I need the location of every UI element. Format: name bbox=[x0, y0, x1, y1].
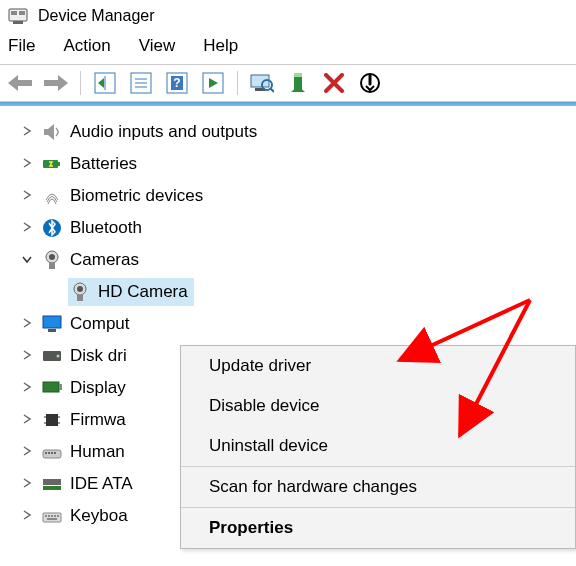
toolbar-separator bbox=[80, 71, 81, 95]
tree-node-batteries[interactable]: Batteries bbox=[14, 148, 570, 180]
ctx-uninstall-device[interactable]: Uninstall device bbox=[181, 426, 575, 466]
svg-rect-50 bbox=[48, 515, 50, 517]
expander-icon[interactable] bbox=[14, 468, 40, 500]
ctx-scan-hardware[interactable]: Scan for hardware changes bbox=[181, 467, 575, 507]
svg-rect-46 bbox=[43, 479, 61, 485]
tree-node-cameras[interactable]: Cameras bbox=[14, 244, 570, 276]
svg-rect-26 bbox=[49, 263, 55, 269]
update-driver-button[interactable] bbox=[284, 69, 312, 97]
expander-icon[interactable] bbox=[14, 308, 40, 340]
svg-rect-29 bbox=[77, 295, 83, 301]
tree-node-audio[interactable]: Audio inputs and outputs bbox=[14, 116, 570, 148]
svg-point-28 bbox=[77, 286, 83, 292]
ctx-disable-device[interactable]: Disable device bbox=[181, 386, 575, 426]
svg-rect-43 bbox=[48, 452, 50, 454]
properties-button[interactable] bbox=[127, 69, 155, 97]
ctx-properties[interactable]: Properties bbox=[181, 508, 575, 548]
svg-rect-3 bbox=[13, 21, 23, 24]
action-button[interactable] bbox=[199, 69, 227, 97]
toolbar: ? bbox=[0, 64, 576, 102]
svg-rect-22 bbox=[58, 162, 60, 166]
ctx-update-driver[interactable]: Update driver bbox=[181, 346, 575, 386]
menu-view[interactable]: View bbox=[139, 36, 176, 56]
svg-point-33 bbox=[57, 355, 60, 358]
svg-rect-54 bbox=[47, 518, 57, 520]
svg-rect-36 bbox=[46, 414, 58, 426]
help-button[interactable]: ? bbox=[163, 69, 191, 97]
window-title: Device Manager bbox=[38, 7, 155, 25]
device-manager-icon bbox=[8, 6, 28, 26]
svg-rect-49 bbox=[45, 515, 47, 517]
bluetooth-icon bbox=[40, 216, 64, 240]
svg-rect-42 bbox=[45, 452, 47, 454]
context-menu: Update driver Disable device Uninstall d… bbox=[180, 345, 576, 549]
svg-rect-45 bbox=[54, 452, 56, 454]
keyboard-icon bbox=[40, 504, 64, 528]
node-label: Keyboa bbox=[70, 500, 134, 532]
expander-icon[interactable] bbox=[14, 212, 40, 244]
speaker-icon bbox=[40, 120, 64, 144]
svg-line-17 bbox=[270, 88, 274, 92]
svg-rect-51 bbox=[51, 515, 53, 517]
ide-icon bbox=[40, 472, 64, 496]
expander-icon[interactable] bbox=[14, 148, 40, 180]
svg-rect-1 bbox=[11, 11, 17, 15]
camera-icon bbox=[68, 280, 92, 304]
toolbar-separator bbox=[237, 71, 238, 95]
menu-file[interactable]: File bbox=[8, 36, 35, 56]
fingerprint-icon bbox=[40, 184, 64, 208]
expander-icon[interactable] bbox=[14, 116, 40, 148]
expander-icon[interactable] bbox=[14, 500, 40, 532]
svg-rect-30 bbox=[43, 316, 61, 328]
expander-icon[interactable] bbox=[14, 180, 40, 212]
svg-rect-48 bbox=[43, 513, 61, 522]
display-adapter-icon bbox=[40, 376, 64, 400]
node-label: Human bbox=[70, 436, 131, 468]
svg-rect-52 bbox=[54, 515, 56, 517]
expander-icon[interactable] bbox=[14, 340, 40, 372]
tree-node-computer[interactable]: Comput bbox=[14, 308, 570, 340]
disk-icon bbox=[40, 344, 64, 368]
menu-action[interactable]: Action bbox=[63, 36, 110, 56]
node-label: Biometric devices bbox=[70, 180, 209, 212]
node-label: Firmwa bbox=[70, 404, 132, 436]
node-label: Cameras bbox=[70, 244, 145, 276]
monitor-icon bbox=[40, 312, 64, 336]
node-label: Disk dri bbox=[70, 340, 133, 372]
expander-icon[interactable] bbox=[14, 372, 40, 404]
node-label: Bluetooth bbox=[70, 212, 148, 244]
svg-rect-34 bbox=[43, 382, 59, 392]
svg-rect-47 bbox=[43, 486, 61, 490]
node-label: IDE ATA bbox=[70, 468, 139, 500]
node-label: HD Camera bbox=[98, 276, 194, 308]
svg-point-25 bbox=[49, 254, 55, 260]
node-label: Batteries bbox=[70, 148, 143, 180]
svg-rect-44 bbox=[51, 452, 53, 454]
svg-rect-35 bbox=[59, 384, 62, 390]
svg-rect-2 bbox=[19, 11, 25, 15]
scan-hardware-button[interactable] bbox=[248, 69, 276, 97]
uninstall-device-button[interactable] bbox=[320, 69, 348, 97]
node-label: Display bbox=[70, 372, 132, 404]
back-button[interactable] bbox=[6, 69, 34, 97]
svg-rect-53 bbox=[57, 515, 59, 517]
tree-node-biometric[interactable]: Biometric devices bbox=[14, 180, 570, 212]
expander-icon[interactable] bbox=[14, 436, 40, 468]
menu-help[interactable]: Help bbox=[203, 36, 238, 56]
chip-icon bbox=[40, 408, 64, 432]
show-hide-tree-button[interactable] bbox=[91, 69, 119, 97]
hid-icon bbox=[40, 440, 64, 464]
expander-icon[interactable] bbox=[14, 244, 40, 276]
tree-node-bluetooth[interactable]: Bluetooth bbox=[14, 212, 570, 244]
node-label: Comput bbox=[70, 308, 136, 340]
titlebar: Device Manager bbox=[0, 0, 576, 30]
svg-text:?: ? bbox=[173, 76, 180, 90]
forward-button[interactable] bbox=[42, 69, 70, 97]
tree-node-hd-camera[interactable]: HD Camera bbox=[14, 276, 570, 308]
menubar: File Action View Help bbox=[0, 30, 576, 64]
expander-icon[interactable] bbox=[14, 404, 40, 436]
battery-icon bbox=[40, 152, 64, 176]
svg-rect-19 bbox=[294, 73, 302, 77]
disable-device-button[interactable] bbox=[356, 69, 384, 97]
camera-icon bbox=[40, 248, 64, 272]
